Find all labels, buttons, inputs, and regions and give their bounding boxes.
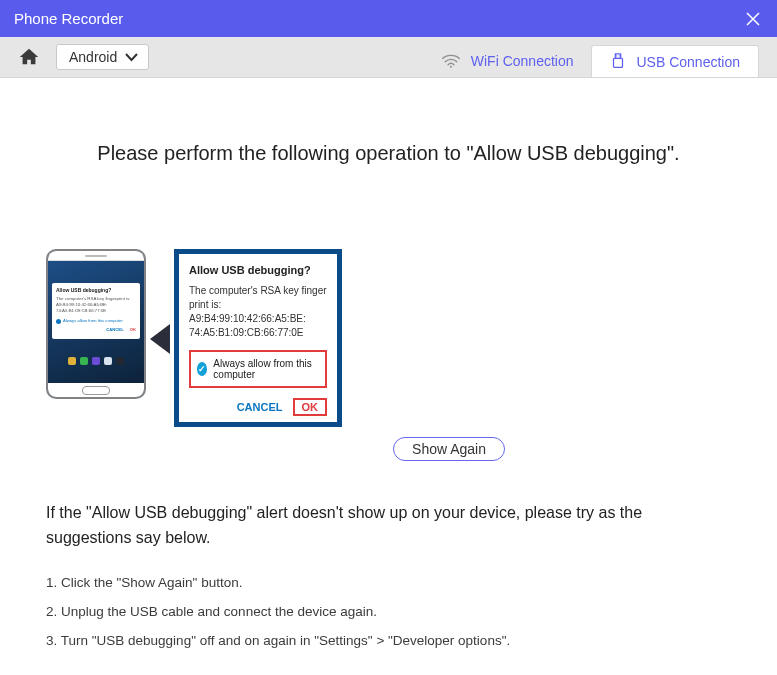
toolbar: Android WiFi Connection USB Connection [0, 37, 777, 78]
check-icon: ✓ [197, 362, 207, 376]
dialog-body: The computer's RSA key fingerprint is: A… [189, 284, 327, 340]
wifi-icon [441, 53, 461, 69]
step-3: 3. Turn "USB debugging" off and on again… [46, 633, 731, 648]
svg-marker-5 [150, 324, 170, 354]
step-1: 1. Click the "Show Again" button. [46, 575, 731, 590]
step-2: 2. Unplug the USB cable and connect the … [46, 604, 731, 619]
dialog-title: Allow USB debugging? [189, 264, 327, 276]
dialog-cancel: CANCEL [237, 401, 283, 413]
platform-select[interactable]: Android [56, 44, 149, 70]
svg-rect-1 [616, 53, 621, 58]
content-area: Please perform the following operation t… [0, 78, 777, 675]
always-allow-label: Always allow from this computer [213, 358, 319, 380]
tab-usb-connection[interactable]: USB Connection [591, 45, 759, 77]
dialog-ok-highlight: OK [293, 398, 328, 416]
always-allow-highlight: ✓ Always allow from this computer [189, 350, 327, 388]
tab-wifi-label: WiFi Connection [471, 53, 574, 69]
svg-rect-2 [614, 58, 623, 67]
title-bar: Phone Recorder [0, 0, 777, 37]
tab-usb-label: USB Connection [636, 54, 740, 70]
usb-icon [610, 53, 626, 71]
zoom-arrow-icon [152, 318, 172, 358]
illustration-row: Allow USB debugging? The computer's RSA … [46, 249, 731, 427]
close-button[interactable] [743, 9, 763, 29]
chevron-down-icon [125, 49, 138, 65]
show-again-button[interactable]: Show Again [393, 437, 505, 461]
svg-point-0 [450, 66, 452, 68]
troubleshoot-steps: 1. Click the "Show Again" button. 2. Unp… [46, 575, 731, 648]
home-icon [18, 46, 40, 68]
tab-wifi-connection[interactable]: WiFi Connection [423, 45, 592, 77]
app-title: Phone Recorder [14, 10, 123, 27]
home-button[interactable] [16, 44, 42, 70]
phone-mockup: Allow USB debugging? The computer's RSA … [46, 249, 146, 399]
platform-select-label: Android [69, 49, 117, 65]
troubleshoot-heading: If the "Allow USB debugging" alert doesn… [46, 501, 726, 551]
headline: Please perform the following operation t… [46, 142, 731, 165]
close-icon [745, 11, 761, 27]
usb-debugging-dialog: Allow USB debugging? The computer's RSA … [174, 249, 342, 427]
phone-mini-dialog: Allow USB debugging? The computer's RSA … [52, 283, 140, 339]
connection-tabs: WiFi Connection USB Connection [423, 45, 759, 77]
